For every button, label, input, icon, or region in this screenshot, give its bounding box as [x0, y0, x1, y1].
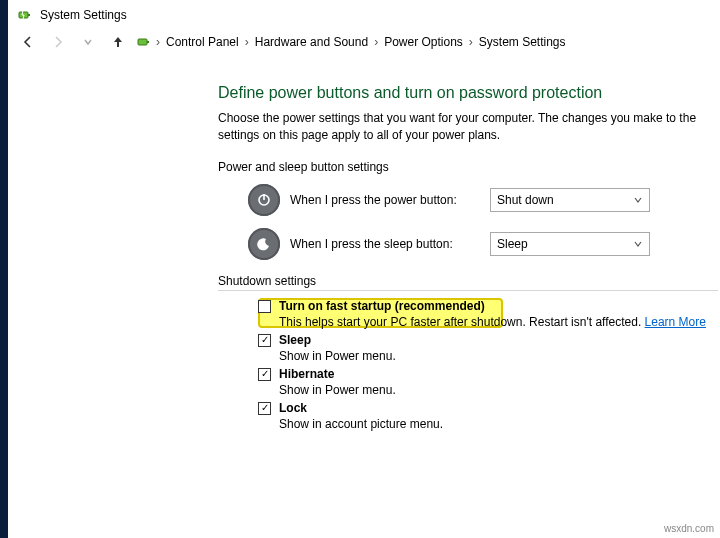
chevron-right-icon[interactable]: › [374, 35, 378, 49]
watermark: wsxdn.com [664, 523, 714, 534]
sleep-checkbox[interactable]: ✓ [258, 334, 271, 347]
power-button-label: When I press the power button: [290, 193, 480, 207]
sleep-button-value: Sleep [497, 237, 528, 251]
power-button-row: When I press the power button: Shut down [248, 184, 720, 216]
battery-icon [16, 6, 34, 24]
window-title: System Settings [40, 8, 127, 22]
lock-checkbox[interactable]: ✓ [258, 402, 271, 415]
sleep-row: ✓ Sleep [258, 333, 720, 347]
section-shutdown: Shutdown settings [218, 274, 718, 291]
recent-dropdown-icon[interactable] [76, 30, 100, 54]
chevron-right-icon[interactable]: › [156, 35, 160, 49]
fast-startup-checkbox[interactable] [258, 300, 271, 313]
back-button[interactable] [16, 30, 40, 54]
lock-row: ✓ Lock [258, 401, 720, 415]
crumb-control-panel[interactable]: Control Panel [164, 33, 241, 51]
section-power-sleep: Power and sleep button settings [218, 160, 720, 174]
sleep-button-select[interactable]: Sleep [490, 232, 650, 256]
fast-startup-desc: This helps start your PC faster after sh… [279, 315, 720, 329]
svg-rect-1 [28, 14, 30, 16]
navbar: › Control Panel › Hardware and Sound › P… [8, 26, 720, 64]
fast-startup-row: Turn on fast startup (recommended) [258, 299, 720, 313]
crumb-hardware-sound[interactable]: Hardware and Sound [253, 33, 370, 51]
battery-icon [136, 34, 152, 50]
page-subtitle: Choose the power settings that you want … [218, 110, 720, 144]
chevron-right-icon[interactable]: › [245, 35, 249, 49]
power-icon [248, 184, 280, 216]
learn-more-link[interactable]: Learn More [645, 315, 706, 329]
sleep-button-row: When I press the sleep button: Sleep [248, 228, 720, 260]
breadcrumb: › Control Panel › Hardware and Sound › P… [136, 33, 568, 51]
sleep-desc: Show in Power menu. [279, 349, 720, 363]
titlebar: System Settings [8, 0, 720, 26]
forward-button [46, 30, 70, 54]
svg-rect-2 [138, 39, 147, 45]
sleep-button-label: When I press the sleep button: [290, 237, 480, 251]
crumb-system-settings[interactable]: System Settings [477, 33, 568, 51]
chevron-right-icon[interactable]: › [469, 35, 473, 49]
power-button-value: Shut down [497, 193, 554, 207]
lock-label: Lock [279, 401, 307, 415]
hibernate-desc: Show in Power menu. [279, 383, 720, 397]
page-title: Define power buttons and turn on passwor… [218, 84, 720, 102]
power-button-select[interactable]: Shut down [490, 188, 650, 212]
sleep-icon [248, 228, 280, 260]
fast-startup-label: Turn on fast startup (recommended) [279, 299, 485, 313]
hibernate-row: ✓ Hibernate [258, 367, 720, 381]
hibernate-checkbox[interactable]: ✓ [258, 368, 271, 381]
chevron-down-icon [633, 195, 643, 205]
up-button[interactable] [106, 30, 130, 54]
lock-desc: Show in account picture menu. [279, 417, 720, 431]
crumb-power-options[interactable]: Power Options [382, 33, 465, 51]
content-area: Define power buttons and turn on passwor… [8, 64, 720, 431]
hibernate-label: Hibernate [279, 367, 334, 381]
chevron-down-icon [633, 239, 643, 249]
svg-rect-3 [147, 41, 149, 43]
sleep-label: Sleep [279, 333, 311, 347]
